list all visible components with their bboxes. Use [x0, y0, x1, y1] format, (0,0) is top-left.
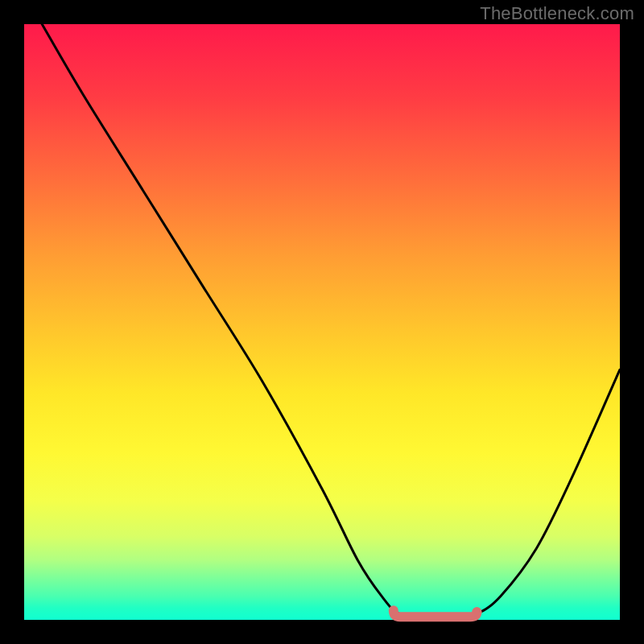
- chart-plot-area: [24, 24, 620, 620]
- bottleneck-curve: [24, 24, 620, 620]
- flat-region-end-dot: [472, 607, 481, 617]
- curve-path: [42, 24, 620, 621]
- chart-frame: TheBottleneck.com: [0, 0, 644, 644]
- flat-region-marker: [394, 610, 477, 617]
- watermark-text: TheBottleneck.com: [480, 3, 634, 24]
